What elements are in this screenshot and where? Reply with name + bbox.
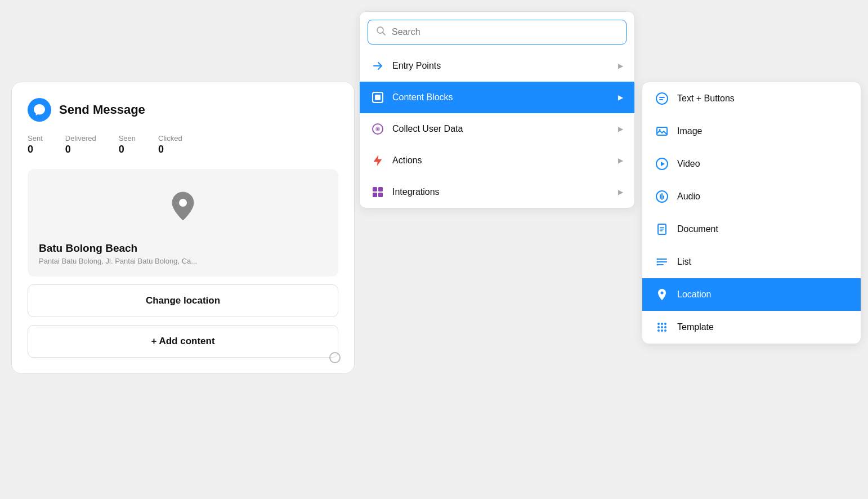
location-name: Batu Bolong Beach xyxy=(39,242,327,255)
sent-value: 0 xyxy=(28,144,43,155)
search-box[interactable] xyxy=(368,20,627,44)
svg-point-36 xyxy=(664,326,666,328)
template-icon xyxy=(655,320,669,335)
clicked-label: Clicked xyxy=(158,134,182,142)
location-address: Pantai Batu Bolong, Jl. Pantai Batu Bolo… xyxy=(39,257,327,265)
svg-line-2 xyxy=(383,33,386,35)
svg-point-39 xyxy=(657,329,660,332)
submenu-item-audio[interactable]: Audio xyxy=(642,180,861,213)
svg-point-37 xyxy=(657,323,660,325)
sent-label: Sent xyxy=(28,134,43,142)
svg-point-38 xyxy=(661,323,663,325)
location-icon xyxy=(655,287,669,302)
submenu-item-video[interactable]: Video xyxy=(642,148,861,180)
audio-label: Audio xyxy=(677,191,700,202)
collect-user-data-arrow: ▶ xyxy=(618,125,623,133)
video-icon xyxy=(655,157,669,171)
svg-point-12 xyxy=(656,93,668,104)
svg-point-41 xyxy=(664,329,666,332)
clicked-value: 0 xyxy=(158,144,182,155)
menu-item-integrations[interactable]: Integrations ▶ xyxy=(360,176,634,208)
svg-point-42 xyxy=(664,323,666,325)
text-buttons-icon xyxy=(655,91,669,106)
submenu-item-image[interactable]: Image xyxy=(642,115,861,148)
content-blocks-label: Content Blocks xyxy=(392,92,453,103)
svg-point-31 xyxy=(657,261,659,263)
bottom-circle-indicator xyxy=(329,352,341,363)
content-blocks-arrow: ▶ xyxy=(618,93,623,101)
menu-item-collect-user-data[interactable]: Collect User Data ▶ xyxy=(360,113,634,145)
svg-rect-22 xyxy=(663,195,664,199)
submenu-item-document[interactable]: Document xyxy=(642,213,861,246)
location-pin-icon xyxy=(171,191,195,226)
video-label: Video xyxy=(677,159,700,169)
svg-rect-8 xyxy=(373,187,377,191)
content-blocks-submenu: Text + Buttons Image Video xyxy=(642,82,861,344)
change-location-button[interactable]: Change location xyxy=(28,284,338,317)
search-input[interactable] xyxy=(392,27,618,37)
stat-clicked: Clicked 0 xyxy=(158,134,182,155)
svg-rect-20 xyxy=(660,194,661,199)
location-block: Batu Bolong Beach Pantai Batu Bolong, Jl… xyxy=(28,169,338,277)
search-container xyxy=(360,12,634,50)
svg-rect-11 xyxy=(378,193,383,197)
chat-bubble-icon xyxy=(33,103,46,117)
svg-rect-24 xyxy=(660,227,664,228)
submenu-item-text-buttons[interactable]: Text + Buttons xyxy=(642,82,861,115)
list-label: List xyxy=(677,257,691,267)
add-content-button[interactable]: + Add content xyxy=(28,325,338,358)
submenu-item-template[interactable]: Template xyxy=(642,311,861,344)
document-label: Document xyxy=(677,224,718,234)
entry-points-icon xyxy=(371,59,384,73)
svg-rect-25 xyxy=(660,229,664,230)
integrations-arrow: ▶ xyxy=(618,188,623,196)
submenu-item-location[interactable]: Location xyxy=(642,278,861,311)
image-icon xyxy=(655,124,669,139)
svg-point-7 xyxy=(377,128,379,130)
stat-seen: Seen 0 xyxy=(119,134,136,155)
seen-value: 0 xyxy=(119,144,136,155)
entry-points-label: Entry Points xyxy=(392,61,441,71)
svg-point-32 xyxy=(657,264,659,266)
actions-icon xyxy=(371,154,384,167)
svg-rect-10 xyxy=(373,193,377,197)
menu-item-entry-points[interactable]: Entry Points ▶ xyxy=(360,50,634,82)
delivered-label: Delivered xyxy=(65,134,96,142)
svg-rect-13 xyxy=(659,97,665,98)
svg-rect-14 xyxy=(659,99,663,100)
svg-rect-4 xyxy=(375,95,381,100)
actions-arrow: ▶ xyxy=(618,157,623,164)
card-header: Send Message xyxy=(28,98,338,122)
menu-item-actions[interactable]: Actions ▶ xyxy=(360,145,634,176)
template-label: Template xyxy=(677,322,714,332)
svg-rect-15 xyxy=(657,127,667,135)
svg-rect-21 xyxy=(661,193,663,200)
stat-sent: Sent 0 xyxy=(28,134,43,155)
main-menu-dropdown: Entry Points ▶ Content Blocks ▶ xyxy=(359,11,635,208)
svg-point-35 xyxy=(661,326,663,328)
location-label: Location xyxy=(677,289,712,300)
audio-icon xyxy=(655,189,669,204)
search-icon xyxy=(376,26,386,38)
image-label: Image xyxy=(677,126,702,136)
svg-rect-9 xyxy=(378,187,383,191)
integrations-icon xyxy=(371,185,384,199)
menu-item-content-blocks[interactable]: Content Blocks ▶ xyxy=(360,82,634,113)
svg-point-33 xyxy=(661,292,664,295)
submenu-item-list[interactable]: List xyxy=(642,246,861,278)
svg-point-40 xyxy=(661,329,663,332)
send-message-card: Send Message Sent 0 Delivered 0 Seen 0 C… xyxy=(11,82,355,374)
actions-label: Actions xyxy=(392,155,422,166)
card-title: Send Message xyxy=(59,103,145,117)
seen-label: Seen xyxy=(119,134,136,142)
svg-point-34 xyxy=(657,326,660,328)
delivered-value: 0 xyxy=(65,144,96,155)
location-pin-area xyxy=(39,180,327,237)
svg-marker-18 xyxy=(661,162,665,166)
collect-user-data-label: Collect User Data xyxy=(392,124,463,134)
integrations-label: Integrations xyxy=(392,187,440,197)
entry-points-arrow: ▶ xyxy=(618,62,623,70)
svg-point-30 xyxy=(657,259,659,260)
stats-row: Sent 0 Delivered 0 Seen 0 Clicked 0 xyxy=(28,134,338,155)
document-icon xyxy=(655,222,669,237)
